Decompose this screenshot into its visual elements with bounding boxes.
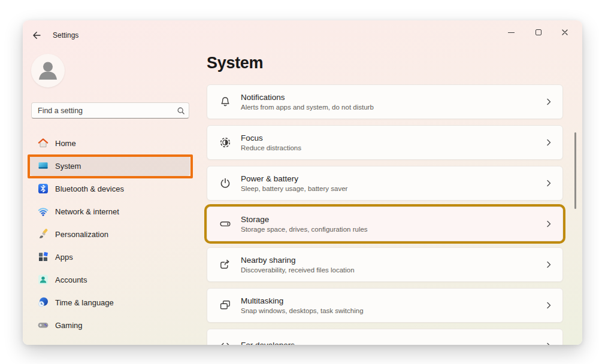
maximize-icon <box>536 29 541 35</box>
card-subtitle: Storage space, drives, configuration rul… <box>241 226 368 233</box>
close-icon <box>561 28 569 37</box>
user-avatar <box>31 54 65 87</box>
settings-card-storage[interactable]: Storage Storage space, drives, configura… <box>207 207 563 241</box>
card-title: For developers <box>241 341 295 345</box>
sidebar-item-label: Apps <box>55 253 73 262</box>
sidebar-item-label: Time & language <box>55 298 114 307</box>
card-subtitle: Reduce distractions <box>241 144 301 151</box>
sidebar-item-label: Home <box>55 139 76 148</box>
accounts-icon <box>37 274 49 286</box>
sidebar-item-gaming[interactable]: Gaming <box>30 315 190 335</box>
network-icon <box>37 205 49 217</box>
sidebar-item-system[interactable]: System <box>30 156 190 176</box>
sidebar-item-network-internet[interactable]: Network & internet <box>30 201 190 222</box>
card-subtitle: Discoverability, received files location <box>241 266 355 274</box>
minimize-icon <box>508 32 515 33</box>
settings-card-multitasking[interactable]: Multitasking Snap windows, desktops, tas… <box>207 288 563 323</box>
sidebar-item-label: Accounts <box>55 275 87 284</box>
settings-card-nearby-sharing[interactable]: Nearby sharing Discoverability, received… <box>207 247 563 282</box>
card-title: Storage <box>241 215 368 224</box>
bluetooth-icon <box>37 183 49 195</box>
card-title: Multitasking <box>241 296 364 305</box>
settings-card-power-battery[interactable]: Power & battery Sleep, battery usage, ba… <box>207 166 563 201</box>
settings-card-for-developers[interactable]: For developers <box>207 329 563 345</box>
chevron-right-icon <box>544 342 553 345</box>
page-title: System <box>207 54 263 72</box>
settings-card-focus[interactable]: Focus Reduce distractions <box>207 125 563 160</box>
card-title: Focus <box>241 134 301 142</box>
sidebar-item-bluetooth-devices[interactable]: Bluetooth & devices <box>30 178 190 199</box>
system-icon <box>37 160 49 172</box>
chevron-right-icon <box>544 179 553 187</box>
sidebar-item-accounts[interactable]: Accounts <box>30 269 190 290</box>
sidebar-item-label: Personalization <box>55 230 108 239</box>
card-title: Notifications <box>241 93 374 102</box>
gaming-icon <box>37 319 49 331</box>
vertical-scrollbar[interactable] <box>574 132 576 209</box>
chevron-right-icon <box>544 301 553 310</box>
settings-card-notifications[interactable]: Notifications Alerts from apps and syste… <box>207 84 563 119</box>
share-icon <box>218 257 232 272</box>
sidebar-item-label: Bluetooth & devices <box>55 184 124 193</box>
window-title: Settings <box>53 31 78 40</box>
power-icon <box>218 176 232 190</box>
chevron-right-icon <box>544 220 553 228</box>
search-input[interactable] <box>32 107 173 115</box>
focus-icon <box>218 135 232 150</box>
sidebar-item-personalization[interactable]: Personalization <box>30 224 190 244</box>
chevron-right-icon <box>544 98 553 106</box>
search-box <box>31 102 189 119</box>
card-title: Power & battery <box>241 174 347 183</box>
card-subtitle: Alerts from apps and system, do not dist… <box>241 104 374 111</box>
home-icon <box>37 137 49 149</box>
settings-window: Settings Home <box>23 20 582 345</box>
storage-icon <box>218 217 232 231</box>
bell-icon <box>218 95 232 109</box>
back-button[interactable] <box>30 29 43 42</box>
sidebar-item-label: System <box>55 162 81 171</box>
card-subtitle: Snap windows, desktops, task switching <box>241 307 364 314</box>
minimize-button[interactable] <box>501 24 521 41</box>
sidebar-item-label: Gaming <box>55 321 83 330</box>
card-title: Nearby sharing <box>241 256 355 265</box>
multitask-icon <box>218 298 232 313</box>
chevron-right-icon <box>544 260 553 269</box>
sidebar-item-home[interactable]: Home <box>30 133 190 153</box>
sidebar-item-apps[interactable]: Apps <box>30 247 190 267</box>
time-icon <box>37 296 49 308</box>
chevron-right-icon <box>544 138 553 147</box>
sidebar-item-time-language[interactable]: Time & language <box>30 292 190 313</box>
personalization-icon <box>37 228 49 240</box>
sidebar-item-label: Network & internet <box>55 207 119 216</box>
card-subtitle: Sleep, battery usage, battery saver <box>241 185 347 192</box>
maximize-button[interactable] <box>528 24 549 41</box>
back-arrow-icon <box>31 30 42 41</box>
search-icon <box>173 107 189 115</box>
close-button[interactable] <box>555 24 575 41</box>
apps-icon <box>37 251 49 263</box>
developers-icon <box>218 339 232 345</box>
